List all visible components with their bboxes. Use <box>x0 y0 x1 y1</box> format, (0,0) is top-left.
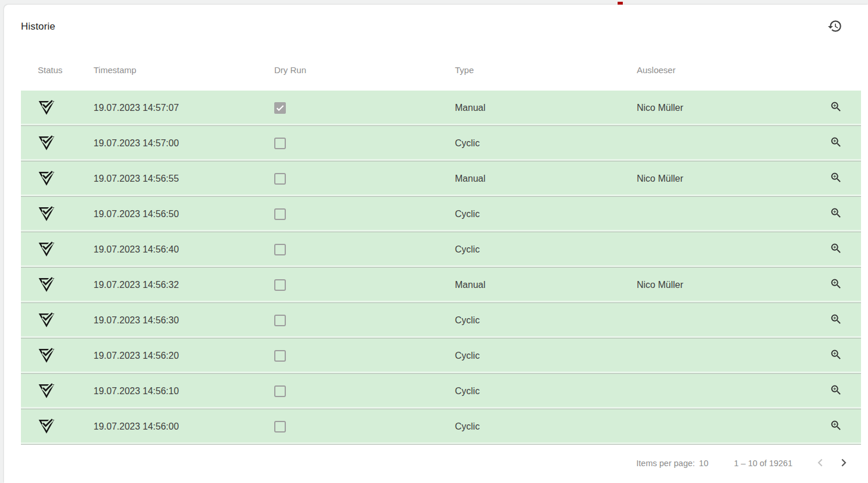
table-row: 19.07.2023 14:56:32 Manual Nico Müller <box>21 268 861 303</box>
dry-run-checkbox[interactable] <box>274 315 286 326</box>
row-detail-button[interactable] <box>811 171 861 186</box>
status-cell <box>21 346 94 366</box>
timestamp-cell: 19.07.2023 14:56:20 <box>94 351 274 361</box>
table-row: 19.07.2023 14:56:20 Cyclic <box>21 338 861 374</box>
type-cell: Cyclic <box>455 386 637 397</box>
row-detail-button[interactable] <box>811 100 861 116</box>
row-detail-button[interactable] <box>811 242 861 257</box>
type-cell: Cyclic <box>455 209 637 219</box>
table-row: 19.07.2023 14:56:40 Cyclic <box>21 232 861 268</box>
status-cell <box>21 204 94 225</box>
zoom-in-icon <box>830 242 842 257</box>
zoom-in-icon <box>830 100 842 116</box>
dry-run-cell <box>274 102 455 114</box>
timestamp-cell: 19.07.2023 14:56:40 <box>94 244 274 255</box>
table-row: 19.07.2023 14:56:50 Cyclic <box>21 197 861 232</box>
table-header-row: Status Timestamp Dry Run Type Ausloeser <box>21 49 861 91</box>
dry-run-checkbox[interactable] <box>274 244 286 255</box>
zoom-in-icon <box>830 136 842 151</box>
status-cell <box>21 98 94 118</box>
row-detail-button[interactable] <box>811 207 861 222</box>
screen-artifact-red-mark <box>618 2 623 5</box>
row-detail-button[interactable] <box>811 313 861 328</box>
dry-run-checkbox[interactable] <box>274 138 286 149</box>
column-header-status: Status <box>21 65 94 75</box>
dry-run-checkbox[interactable] <box>274 279 286 291</box>
table-row: 19.07.2023 14:56:10 Cyclic <box>21 374 861 409</box>
type-cell: Cyclic <box>455 138 637 149</box>
page-title: Historie <box>21 21 55 33</box>
type-cell: Manual <box>455 174 637 184</box>
row-detail-button[interactable] <box>811 277 861 293</box>
status-cell <box>21 381 94 402</box>
zoom-in-icon <box>830 419 842 434</box>
next-page-button[interactable] <box>832 452 855 475</box>
type-cell: Cyclic <box>455 244 637 255</box>
dry-run-checkbox[interactable] <box>274 385 286 397</box>
ausloeser-cell: Nico Müller <box>637 280 811 290</box>
timestamp-cell: 19.07.2023 14:57:07 <box>94 103 274 113</box>
ausloeser-cell: Nico Müller <box>637 103 811 113</box>
row-detail-button[interactable] <box>811 419 861 434</box>
zoom-in-icon <box>830 313 842 328</box>
table-row: 19.07.2023 14:56:55 Manual Nico Müller <box>21 161 861 197</box>
triangle-check-icon <box>38 169 55 189</box>
triangle-check-icon <box>38 98 55 118</box>
table-row: 19.07.2023 14:57:07 Manual Nico Müller <box>21 91 861 126</box>
dry-run-checkbox[interactable] <box>274 173 286 185</box>
type-cell: Manual <box>455 280 637 290</box>
dry-run-cell <box>274 421 455 432</box>
column-header-type: Type <box>455 65 637 75</box>
dry-run-cell <box>274 279 455 291</box>
dry-run-cell <box>274 138 455 149</box>
chevron-left-icon <box>813 456 827 471</box>
triangle-check-icon <box>38 346 55 366</box>
paginator-range-label: 1 – 10 of 19261 <box>734 459 792 468</box>
dry-run-checkbox[interactable] <box>274 208 286 220</box>
triangle-check-icon <box>38 134 55 154</box>
zoom-in-icon <box>830 384 842 399</box>
timestamp-cell: 19.07.2023 14:57:00 <box>94 138 274 149</box>
paginator-nav <box>809 452 855 475</box>
type-cell: Cyclic <box>455 315 637 326</box>
type-cell: Cyclic <box>455 351 637 361</box>
row-detail-button[interactable] <box>811 384 861 399</box>
historie-card: Historie Status Timestamp Dry Run Type A… <box>4 5 868 483</box>
ausloeser-cell: Nico Müller <box>637 174 811 184</box>
status-cell <box>21 240 94 260</box>
status-cell <box>21 417 94 437</box>
dry-run-checkbox[interactable] <box>274 421 286 432</box>
dry-run-checkbox[interactable] <box>274 350 286 362</box>
status-cell <box>21 311 94 331</box>
timestamp-cell: 19.07.2023 14:56:10 <box>94 386 274 397</box>
row-detail-button[interactable] <box>811 348 861 363</box>
table-body: 19.07.2023 14:57:07 Manual Nico Müller <box>21 91 861 445</box>
column-header-dry-run: Dry Run <box>274 65 455 75</box>
table-row: 19.07.2023 14:56:30 Cyclic <box>21 303 861 338</box>
row-detail-button[interactable] <box>811 136 861 151</box>
timestamp-cell: 19.07.2023 14:56:55 <box>94 174 274 184</box>
dry-run-checkbox[interactable] <box>274 102 286 114</box>
dry-run-cell <box>274 385 455 397</box>
dry-run-cell <box>274 315 455 326</box>
triangle-check-icon <box>38 417 55 437</box>
triangle-check-icon <box>38 311 55 331</box>
zoom-in-icon <box>830 171 842 186</box>
status-cell <box>21 169 94 189</box>
history-icon <box>827 19 842 35</box>
table-row: 19.07.2023 14:57:00 Cyclic <box>21 126 861 161</box>
triangle-check-icon <box>38 381 55 402</box>
card-header: Historie <box>4 5 868 49</box>
timestamp-cell: 19.07.2023 14:56:50 <box>94 209 274 219</box>
status-cell <box>21 275 94 295</box>
triangle-check-icon <box>38 275 55 295</box>
history-button[interactable] <box>823 15 847 38</box>
items-per-page-select[interactable]: 10 <box>699 459 708 468</box>
column-header-ausloeser: Ausloeser <box>637 65 811 75</box>
timestamp-cell: 19.07.2023 14:56:32 <box>94 280 274 290</box>
zoom-in-icon <box>830 207 842 222</box>
column-header-timestamp: Timestamp <box>94 65 274 75</box>
previous-page-button[interactable] <box>809 452 832 475</box>
chevron-right-icon <box>837 456 851 471</box>
dry-run-cell <box>274 244 455 255</box>
